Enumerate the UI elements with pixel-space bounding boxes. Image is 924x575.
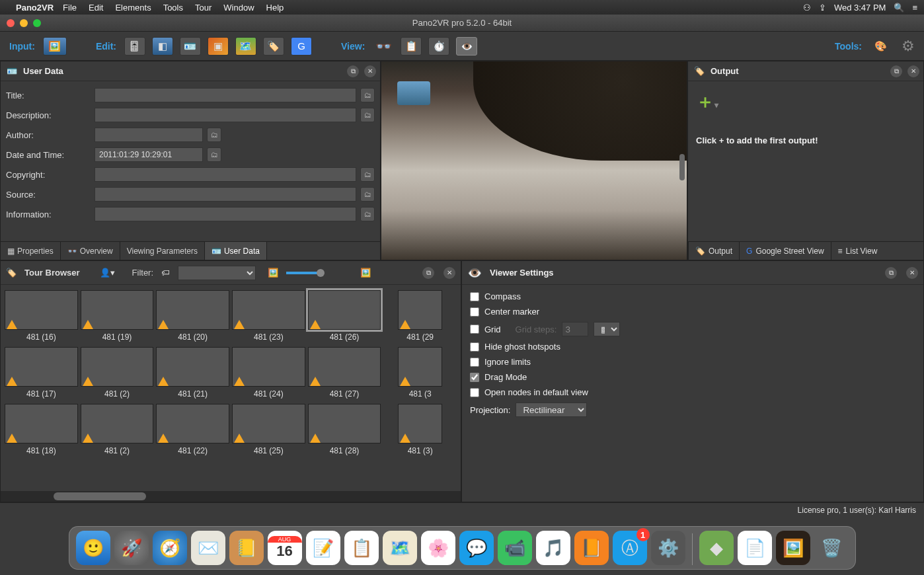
tour-thumbnail[interactable]: 481 (27) [308,347,381,402]
grid-steps-input[interactable] [562,322,588,336]
dock-facetime[interactable]: 📹 [498,531,532,565]
dock-mail[interactable]: ✉️ [191,531,225,565]
grid-checkbox[interactable] [470,325,479,334]
view-timer-button[interactable]: ⏱️ [428,37,449,56]
dock-pano2vr-helper[interactable]: ◆ [699,531,734,565]
dock-ibooks[interactable]: 📙 [574,531,609,565]
dock-contacts[interactable]: 📒 [229,531,264,565]
app-name[interactable]: Pano2VR [16,3,54,13]
menubar-list-icon[interactable]: ≡ [912,3,917,13]
tools-gear-button[interactable]: ⚙ [898,37,919,56]
dock-textedit[interactable]: 📄 [738,531,772,565]
menu-tools[interactable]: Tools [163,3,183,13]
panel-popout-button[interactable]: ⧉ [347,65,359,77]
preview-viewport[interactable] [381,61,687,260]
add-output-button[interactable]: ＋▾ [696,89,915,114]
spotlight-icon[interactable]: 🔍 [894,3,904,13]
open-nodes-checkbox[interactable] [470,388,479,397]
preview-scrollbar[interactable] [679,68,685,253]
vs-close-button[interactable]: ✕ [906,267,918,279]
dock-maps[interactable]: 🗺️ [383,531,417,565]
title-input[interactable] [95,88,356,102]
tour-thumbnail[interactable]: 481 (20) [156,290,229,346]
dock-messages[interactable]: 💬 [459,531,494,565]
view-mode-large-icon[interactable]: 🖼️ [360,268,371,278]
tour-thumbnail[interactable]: 481 (2) [81,404,154,459]
datetime-link-button[interactable]: 🗂 [207,147,221,162]
author-link-button[interactable]: 🗂 [207,128,221,142]
tour-thumbnail[interactable]: 481 (21) [156,347,229,402]
person-icon[interactable]: 👤▾ [100,268,115,278]
edit-patch-button[interactable]: ◧ [152,37,173,56]
tour-browser-scrollbar[interactable] [1,491,461,502]
tour-thumbnail[interactable]: 481 (2) [81,347,154,402]
dock-settings[interactable]: ⚙️ [651,531,685,565]
dock-calendar[interactable]: AUG 16 [268,531,302,565]
edit-hotspots-button[interactable]: ▣ [208,37,229,56]
menu-window[interactable]: Window [223,3,254,13]
dock-photos[interactable]: 🌸 [421,531,455,565]
title-link-button[interactable]: 🗂 [360,88,375,102]
tb-popout-button[interactable]: ⧉ [422,267,434,279]
input-panorama-button[interactable]: 🖼️ [43,37,67,56]
compass-checkbox[interactable] [470,292,479,301]
tour-thumbnail[interactable]: 481 (19) [81,290,154,346]
tour-thumbnail[interactable]: 481 (18) [5,404,78,459]
grid-pattern-select[interactable]: ▩ [594,322,620,336]
menu-file[interactable]: File [63,3,77,13]
information-input[interactable] [95,207,356,221]
tab-properties[interactable]: ▦Properties [1,242,61,260]
tour-thumbnail[interactable]: 481 (25) [232,404,305,459]
tour-thumbnail[interactable]: 481 (22) [156,404,229,459]
source-link-button[interactable]: 🗂 [360,187,375,202]
tour-thumbnail[interactable]: 481 (17) [5,347,78,402]
description-link-button[interactable]: 🗂 [360,108,375,122]
information-link-button[interactable]: 🗂 [360,207,375,221]
tour-thumbnail[interactable]: 481 (26) [308,290,381,346]
filter-tag-icon[interactable]: 🏷 [161,268,170,278]
dock-trash[interactable]: 🗑️ [814,531,849,565]
edit-google-button[interactable]: G [291,37,312,56]
menu-elements[interactable]: Elements [115,3,151,13]
dock-safari[interactable]: 🧭 [153,531,187,565]
tab-google-street-view[interactable]: GGoogle Street View [739,242,831,260]
copyright-input[interactable] [95,167,356,182]
tour-thumbnail[interactable]: 481 (16) [5,290,78,346]
view-mode-icon[interactable]: 🖼️ [268,268,278,278]
center-marker-checkbox[interactable] [470,307,479,317]
datetime-input[interactable] [95,147,203,162]
view-binoculars-button[interactable]: 👓 [373,37,394,56]
ignore-limits-checkbox[interactable] [470,358,479,367]
vs-popout-button[interactable]: ⧉ [885,267,897,279]
hide-ghost-checkbox[interactable] [470,342,479,352]
description-input[interactable] [95,108,356,122]
edit-levels-button[interactable]: 🎚️ [124,37,145,56]
projection-select[interactable]: Rectilinear [516,402,587,417]
dock-launchpad[interactable]: 🚀 [114,531,149,565]
edit-userdata-button[interactable]: 🪪 [180,37,201,56]
tools-skin-button[interactable]: 🎨 [870,37,891,56]
menubar-user-icon[interactable]: ⚇ [803,3,811,13]
thumbnail-size-slider[interactable] [286,266,352,280]
tour-thumbnail[interactable]: 481 (29 [383,290,457,346]
tab-viewing-parameters[interactable]: Viewing Parameters [120,242,205,260]
drag-mode-checkbox[interactable] [470,373,479,382]
tab-list-view[interactable]: ≡List View [831,242,884,260]
dock-notes[interactable]: 📝 [306,531,340,565]
output-popout-button[interactable]: ⧉ [890,65,902,77]
panel-close-button[interactable]: ✕ [364,65,376,77]
tab-user-data[interactable]: 🪪User Data [205,242,267,260]
copyright-link-button[interactable]: 🗂 [360,167,375,182]
edit-tour-button[interactable]: 🏷️ [263,37,284,56]
dock-appstore[interactable]: Ⓐ1 [613,531,647,565]
view-eye-button[interactable]: 👁️ [456,37,477,56]
menubar-network-icon[interactable]: ⇪ [819,3,826,13]
menubar-clock[interactable]: Wed 3:47 PM [834,3,886,13]
tour-thumbnail[interactable]: 481 (28) [308,404,381,459]
view-clipboard-button[interactable]: 📋 [401,37,422,56]
dock-reminders[interactable]: 📋 [344,531,379,565]
output-close-button[interactable]: ✕ [907,65,919,77]
tab-overview[interactable]: 👓Overview [61,242,120,260]
dock-itunes[interactable]: 🎵 [536,531,570,565]
edit-map-button[interactable]: 🗺️ [235,37,256,56]
